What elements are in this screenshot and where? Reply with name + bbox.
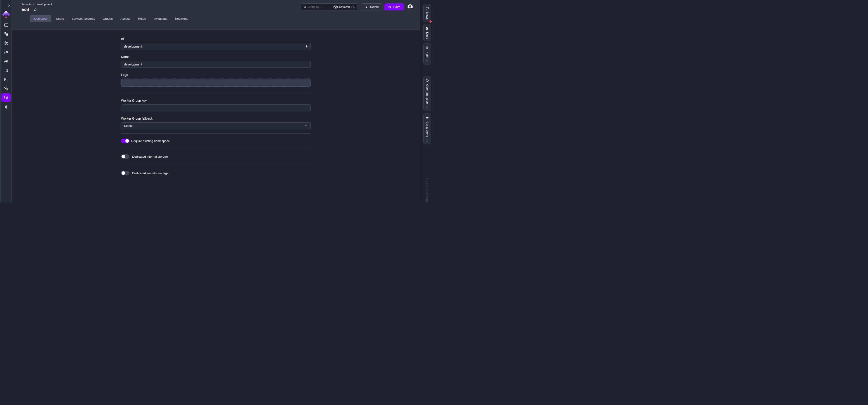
sidebar-item-administration[interactable] (1, 93, 11, 102)
slack-icon (425, 46, 429, 49)
get-demo-button-label: Get a demo (426, 121, 429, 137)
tab-access[interactable]: Access (117, 15, 133, 22)
right-rail: News Docs Help Open an Issue Get a demo (420, 0, 434, 202)
topbar-left: Tenants / development Edit (22, 3, 52, 12)
dedicated-internal-storage-toggle[interactable] (121, 154, 129, 159)
news-notification-badge (430, 20, 432, 23)
delete-button[interactable]: Delete (361, 3, 382, 10)
github-icon (425, 79, 429, 82)
namespaces-icon (4, 68, 9, 73)
search-input[interactable] (308, 5, 332, 9)
divider (121, 165, 311, 165)
tab-service-accounts[interactable]: Service Accounts (68, 15, 98, 22)
id-field[interactable] (121, 43, 311, 50)
settings-gear-icon (4, 105, 9, 109)
tab-invitations[interactable]: Invitations (150, 15, 170, 22)
help-button[interactable]: Help (423, 43, 431, 65)
toggle-row-secrets-manager: Dedicated secrets manager (121, 171, 311, 175)
sidebar-item-settings[interactable] (1, 103, 11, 111)
star-outline-icon (33, 8, 37, 11)
breadcrumb-separator: / (33, 3, 34, 6)
sidebar-nav (1, 20, 11, 111)
worker-group-fallback-select[interactable]: Select (121, 122, 311, 129)
toggle-label: Dedicated secrets manager (132, 171, 169, 175)
demo-video-icon (425, 116, 429, 119)
trash-icon (365, 5, 368, 9)
worker-group-key-field[interactable] (121, 105, 311, 111)
sidebar-item-blueprints[interactable] (1, 75, 11, 84)
name-field[interactable] (121, 61, 311, 68)
topbar: Tenants / development Edit (12, 0, 420, 30)
tab-bar: Overview Users Service Accounts Groups A… (30, 15, 413, 22)
flows-icon (4, 32, 9, 36)
sidebar-item-flows[interactable] (1, 29, 11, 38)
sidebar-item-plugins[interactable] (1, 84, 11, 93)
tab-overview[interactable]: Overview (30, 15, 51, 22)
favorite-star-button[interactable] (33, 8, 37, 11)
search-icon (303, 5, 307, 9)
left-sidebar (0, 0, 12, 202)
account-circle-icon (407, 4, 413, 10)
search-shortcut: Ctrl/Cmd + K (334, 5, 354, 9)
chevron-right-icon (7, 4, 11, 7)
app-version: 0.22.0-SNAPSHOT (426, 178, 429, 202)
tab-users[interactable]: Users (53, 15, 67, 22)
history-watch-icon (4, 50, 9, 55)
get-demo-button[interactable]: Get a demo (423, 113, 431, 144)
keyboard-icon (334, 5, 338, 9)
breadcrumb-tenants[interactable]: Tenants (22, 3, 31, 6)
sidebar-item-executions[interactable] (1, 38, 11, 48)
breadcrumb: Tenants / development (22, 3, 52, 6)
news-button[interactable]: News (423, 4, 431, 22)
external-link-icon (426, 139, 429, 142)
save-button[interactable]: Save (384, 3, 404, 10)
tab-revisions[interactable]: Revisions (172, 15, 191, 22)
lock-icon (305, 45, 308, 48)
docs-page-icon (425, 27, 429, 30)
logs-icon (4, 59, 9, 64)
sidebar-collapse-button[interactable] (7, 4, 11, 8)
kestra-logo[interactable] (2, 10, 11, 18)
docs-button[interactable]: Docs (423, 24, 431, 41)
content: Id Name Logo (12, 30, 420, 202)
sidebar-item-dashboards[interactable] (1, 20, 11, 29)
sidebar-item-logs[interactable] (1, 57, 11, 66)
main-area: Tenants / development Edit (12, 0, 420, 202)
help-button-label: Help (426, 51, 429, 58)
blueprints-icon (4, 77, 9, 82)
breadcrumb-development[interactable]: development (36, 3, 52, 6)
toggle-label: Dedicated internal storage (132, 155, 168, 158)
dedicated-secrets-manager-toggle[interactable] (121, 171, 129, 175)
news-button-label: News (426, 12, 429, 20)
save-button-label: Save (393, 5, 400, 9)
sidebar-item-namespaces[interactable] (1, 66, 11, 75)
external-link-icon (426, 106, 429, 109)
logo-label: Logo (121, 73, 311, 77)
tab-roles[interactable]: Roles (135, 15, 149, 22)
require-existing-namespace-toggle[interactable] (121, 139, 129, 143)
id-label: Id (121, 37, 311, 41)
select-placeholder: Select (124, 124, 133, 127)
open-issue-button-label: Open an Issue (426, 84, 429, 104)
toggle-row-internal-storage: Dedicated internal storage (121, 154, 311, 159)
tenant-edit-form: Id Name Logo (121, 37, 311, 175)
save-floppy-icon (388, 5, 392, 9)
open-issue-button[interactable]: Open an Issue (423, 76, 431, 111)
dashboard-icon (4, 23, 9, 27)
external-link-icon (426, 60, 429, 62)
administration-shield-account-icon (4, 95, 9, 100)
sidebar-item-history[interactable] (1, 48, 11, 57)
user-avatar[interactable] (407, 4, 413, 10)
worker-group-key-label: Worker Group key (121, 99, 311, 103)
jump-to-search[interactable]: Ctrl/Cmd + K (301, 3, 357, 10)
search-shortcut-label: Ctrl/Cmd + K (339, 5, 354, 9)
plugins-icon (4, 86, 9, 91)
app-root: Tenants / development Edit (0, 0, 434, 202)
toggle-label: Require existing namespace (131, 139, 170, 143)
worker-group-fallback-label: Worker Group fallback (121, 117, 311, 120)
tab-groups[interactable]: Groups (99, 15, 116, 22)
page-title: Edit (22, 7, 29, 12)
logo-dropzone[interactable] (121, 79, 311, 87)
delete-button-label: Delete (370, 5, 379, 9)
name-label: Name (121, 55, 311, 59)
